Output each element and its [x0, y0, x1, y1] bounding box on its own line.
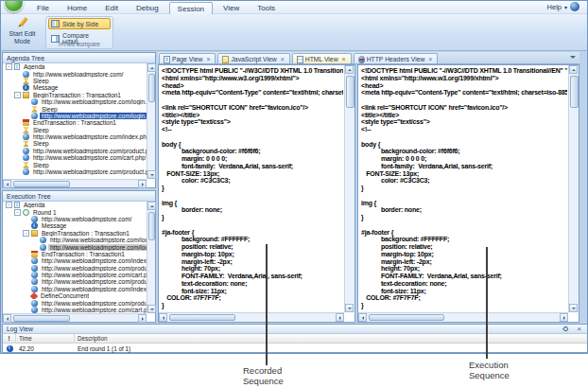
tab-http-headers-view[interactable]: HTTP Headers View ×	[354, 53, 439, 63]
execution-html-pane[interactable]: <!DOCTYPE html PUBLIC "-//W3C//DTD XHTML…	[357, 64, 579, 323]
scrollbar-thumb[interactable]	[148, 74, 155, 102]
horizontal-scrollbar[interactable]	[3, 313, 147, 322]
menu-tab-home[interactable]: Home	[60, 2, 95, 14]
scroll-down-icon[interactable]	[345, 304, 354, 312]
tree-item[interactable]: -BeginTransaction : Transaction1	[3, 230, 147, 237]
agenda-tree[interactable]: -Agendahttp://www.webloadmpstore.com/Sle…	[3, 63, 147, 179]
scroll-up-icon[interactable]	[147, 202, 156, 210]
tree-item[interactable]: -BeginTransaction : Transaction1	[3, 92, 147, 98]
application-orb-button[interactable]	[4, 0, 24, 12]
scroll-up-icon[interactable]	[345, 65, 354, 74]
start-edit-mode-button[interactable]: Start Edit Mode	[3, 16, 42, 49]
tree-item[interactable]: -Agenda	[3, 63, 147, 70]
menu-tab-tools[interactable]: Tools	[250, 2, 283, 14]
scrollbar-thumb[interactable]	[570, 76, 579, 108]
side-by-side-button[interactable]: Side by Side	[48, 18, 111, 29]
tree-item[interactable]: EndTransaction : Transaction1	[3, 251, 147, 257]
horizontal-scrollbar[interactable]	[159, 312, 344, 322]
tree-item[interactable]: http://www.webloadmpstore.com/index.php	[3, 133, 147, 140]
tree-item[interactable]: http://www.webloadmpstore.com/index.php	[3, 257, 147, 264]
column-time[interactable]: Time	[16, 334, 75, 344]
tree-item[interactable]: http://www.webloadmpstore.com/product.ph…	[3, 299, 147, 306]
tree-item[interactable]: -Agenda	[3, 202, 147, 208]
menu-tab-view[interactable]: View	[216, 2, 247, 14]
scrollbar-thumb[interactable]	[13, 315, 70, 322]
tree-item[interactable]: http://www.webloadmpstore.com/product.ph…	[3, 265, 147, 272]
scroll-right-icon[interactable]	[336, 313, 344, 322]
tree-item[interactable]: http://www.webloadmpstore.com/index.php	[3, 286, 147, 292]
scrollbar-thumb[interactable]	[148, 212, 155, 240]
tree-item[interactable]: http://www.webloadmpstore.com/login.php	[3, 98, 147, 105]
scroll-left-icon[interactable]	[3, 180, 11, 188]
scroll-down-icon[interactable]	[147, 170, 156, 179]
scroll-right-icon[interactable]	[560, 313, 568, 322]
tree-item[interactable]: Message	[3, 84, 147, 91]
tree-item[interactable]: DefineConcurrent	[3, 292, 147, 299]
close-tab-icon[interactable]: ×	[206, 57, 210, 62]
scroll-up-icon[interactable]	[569, 65, 578, 74]
tree-item[interactable]: http://www.webloadmpstore.com/product.ph…	[3, 148, 147, 154]
tree-item[interactable]: EndTransaction : Transaction1	[3, 119, 147, 126]
tree-item[interactable]: http://www.webloadmpstore.com/login.p	[3, 243, 147, 250]
vertical-scrollbar[interactable]	[147, 202, 155, 313]
tree-item[interactable]: Sleep	[3, 140, 147, 147]
tree-item[interactable]: -Round 1	[3, 208, 147, 215]
help-icon[interactable]	[570, 2, 579, 11]
tree-item[interactable]: http://www.webloadmpstore.com/cart.php	[3, 307, 147, 313]
tree-item[interactable]: http://www.webloadmpstore.com/	[3, 70, 147, 77]
tree-item[interactable]: http://www.webloadmpstore.com/product.ph…	[3, 168, 147, 175]
scrollbar-thumb[interactable]	[346, 76, 355, 108]
tree-item[interactable]: Sleep	[3, 161, 147, 168]
close-tab-icon[interactable]: ×	[428, 57, 432, 62]
tree-item[interactable]: Message	[3, 222, 147, 229]
tab-javascript-view[interactable]: JavaScript View ×	[217, 53, 289, 63]
tree-item[interactable]: Sleep	[3, 105, 147, 112]
close-tab-icon[interactable]: ×	[281, 57, 285, 62]
tree-item[interactable]: http://www.webloadmpstore.com/cart.php	[3, 272, 147, 278]
scroll-right-icon[interactable]	[138, 180, 147, 188]
horizontal-scrollbar[interactable]	[3, 179, 147, 187]
scroll-down-icon[interactable]	[569, 304, 578, 312]
column-description[interactable]: Description	[75, 334, 587, 344]
tab-list-dropdown-icon[interactable]	[570, 56, 576, 62]
scroll-down-icon[interactable]	[147, 305, 156, 313]
scroll-up-icon[interactable]	[147, 63, 156, 72]
vertical-scrollbar[interactable]	[344, 65, 355, 312]
tree-item[interactable]: http://www.webloadmpstore.com/login.php	[3, 113, 147, 119]
scroll-left-icon[interactable]	[3, 314, 11, 323]
execution-tree[interactable]: -Agenda-Round 1http://www.webloadmpstore…	[3, 202, 147, 313]
help-menu[interactable]: Help ▾	[547, 2, 579, 11]
vertical-scrollbar[interactable]	[568, 65, 579, 312]
menu-tab-file[interactable]: File	[29, 2, 57, 14]
close-tab-icon[interactable]: ×	[342, 57, 346, 62]
menu-tab-debug[interactable]: Debug	[129, 2, 166, 14]
recorded-html-pane[interactable]: <!DOCTYPE html PUBLIC "-//W3C//DTD XHTML…	[158, 64, 355, 323]
log-row[interactable]: 42.20 End round 1 (1 of 1)	[3, 344, 587, 353]
menu-tab-session[interactable]: Session	[169, 2, 213, 14]
scrollbar-thumb[interactable]	[369, 314, 444, 321]
close-icon[interactable]: ×	[577, 325, 581, 333]
tree-item[interactable]: Sleep	[3, 78, 147, 84]
tab-html-view[interactable]: HTML View ×	[292, 53, 352, 63]
scroll-left-icon[interactable]	[358, 313, 367, 322]
collapse-icon[interactable]: -	[6, 63, 12, 70]
tree-item[interactable]: http://www.webloadmpstore.com/cart.php?e…	[3, 154, 147, 161]
scrollbar-thumb[interactable]	[169, 314, 235, 321]
tab-page-view[interactable]: Page View ×	[159, 53, 216, 63]
collapse-icon[interactable]: -	[6, 202, 12, 208]
tree-item[interactable]: http://www.webloadmpstore.com/login.p	[3, 237, 147, 243]
tree-item[interactable]: http://www.webloadmpstore.com/product.ph…	[3, 278, 147, 285]
collapse-icon[interactable]: -	[14, 209, 21, 216]
column-severity[interactable]: !	[3, 334, 16, 344]
vertical-scrollbar[interactable]	[147, 63, 155, 179]
collapse-icon[interactable]: -	[23, 230, 29, 237]
menu-tab-edit[interactable]: Edit	[97, 2, 126, 14]
pin-icon[interactable]	[562, 326, 569, 332]
horizontal-scrollbar[interactable]	[358, 312, 568, 322]
scrollbar-thumb[interactable]	[13, 181, 70, 187]
tree-item[interactable]: Sleep	[3, 127, 147, 133]
scroll-left-icon[interactable]	[159, 313, 167, 322]
collapse-icon[interactable]: -	[14, 92, 21, 98]
tree-item[interactable]: http://www.webloadmpstore.com/	[3, 216, 147, 222]
scroll-right-icon[interactable]	[138, 314, 147, 323]
